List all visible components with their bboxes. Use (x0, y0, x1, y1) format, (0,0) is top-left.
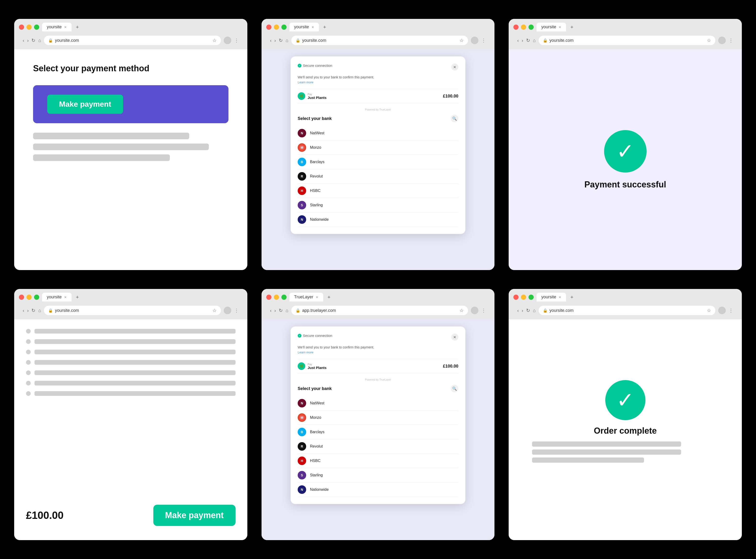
nav-home-button[interactable]: ⌂ (38, 38, 41, 43)
bank-list-item[interactable]: N Nationwide (298, 483, 458, 497)
nav-forward-button[interactable]: › (27, 308, 29, 313)
dot-green (528, 295, 534, 300)
nav-refresh-button[interactable]: ↻ (526, 308, 530, 313)
address-bar[interactable]: 🔒 yoursite.com ☆ (539, 306, 715, 315)
nav-home-button[interactable]: ⌂ (533, 38, 536, 43)
bank-list-item[interactable]: B Barclays (298, 425, 458, 439)
browser-dots (513, 295, 534, 300)
nav-back-button[interactable]: ‹ (270, 308, 272, 313)
checkout-pay-button[interactable]: Make payment (153, 505, 236, 526)
address-bar[interactable]: 🔒 app.truelayer.com ☆ (291, 306, 468, 315)
bank-name: Nationwide (310, 488, 329, 492)
tab-close-icon[interactable]: ✕ (64, 295, 67, 299)
modal-close-button[interactable]: ✕ (451, 64, 458, 71)
bank-list-item[interactable]: H HSBC (298, 184, 458, 198)
tab-label: yoursite (47, 25, 62, 29)
nav-forward-button[interactable]: › (274, 38, 276, 43)
bank-list-item[interactable]: S Starling (298, 198, 458, 213)
nav-forward-button[interactable]: › (274, 308, 276, 313)
tab-close-icon[interactable]: ✕ (559, 295, 561, 299)
nav-home-button[interactable]: ⌂ (286, 308, 288, 313)
bank-list-item[interactable]: N NatWest (298, 396, 458, 410)
bank-list-item[interactable]: S Starling (298, 468, 458, 483)
bookmark-icon[interactable]: ☆ (707, 308, 711, 313)
profile-avatar[interactable] (224, 307, 231, 314)
nav-back-button[interactable]: ‹ (23, 38, 24, 43)
checkout-dot (26, 339, 31, 344)
bank-search-button[interactable]: 🔍 (451, 385, 458, 392)
bank-list-item[interactable]: R Revolut (298, 169, 458, 184)
address-bar[interactable]: 🔒 yoursite.com ☆ (44, 36, 221, 45)
bank-name: Nationwide (310, 218, 329, 222)
nav-refresh-button[interactable]: ↻ (526, 38, 530, 43)
nav-home-button[interactable]: ⌂ (38, 308, 41, 313)
browser-tab[interactable]: TrueLayer ✕ (289, 293, 323, 301)
bank-list-item[interactable]: R Revolut (298, 439, 458, 454)
learn-more-link[interactable]: Learn more (298, 81, 458, 84)
menu-icon[interactable]: ⋮ (729, 308, 733, 313)
profile-avatar[interactable] (471, 307, 478, 314)
bank-search-button[interactable]: 🔍 (451, 115, 458, 122)
tab-close-icon[interactable]: ✕ (311, 25, 314, 29)
browser-window-2: yoursite ✕ + ‹ › ↻ ⌂ 🔒 yoursite.com ☆ (261, 19, 495, 270)
pay-logo: 🌿 (298, 92, 305, 100)
browser-tab[interactable]: yoursite ✕ (537, 293, 566, 301)
nav-forward-button[interactable]: › (522, 308, 523, 313)
checkout-skeleton-line (35, 329, 236, 334)
browser-tab[interactable]: yoursite ✕ (42, 293, 71, 301)
profile-avatar[interactable] (471, 37, 478, 44)
bookmark-icon[interactable]: ☆ (212, 38, 217, 43)
bookmark-icon[interactable]: ☆ (212, 308, 217, 313)
nav-home-button[interactable]: ⌂ (533, 308, 536, 313)
new-tab-button[interactable]: + (568, 23, 576, 31)
nav-home-button[interactable]: ⌂ (286, 38, 288, 43)
bank-list-item[interactable]: B Barclays (298, 155, 458, 169)
bookmark-icon[interactable]: ☆ (459, 38, 464, 43)
nav-refresh-button[interactable]: ↻ (31, 308, 36, 313)
nav-back-button[interactable]: ‹ (517, 308, 519, 313)
nav-refresh-button[interactable]: ↻ (279, 38, 283, 43)
learn-more-link[interactable]: Learn more (298, 351, 458, 354)
bookmark-icon[interactable]: ☆ (707, 38, 711, 43)
profile-avatar[interactable] (224, 37, 231, 44)
browser-dots (266, 25, 286, 30)
tab-close-icon[interactable]: ✕ (316, 295, 319, 299)
modal-close-button[interactable]: ✕ (451, 334, 458, 341)
new-tab-button[interactable]: + (73, 293, 81, 301)
nav-forward-button[interactable]: › (27, 38, 29, 43)
new-tab-button[interactable]: + (325, 293, 333, 301)
bookmark-icon[interactable]: ☆ (459, 308, 464, 313)
nav-refresh-button[interactable]: ↻ (31, 38, 36, 43)
browser-tab[interactable]: yoursite ✕ (42, 23, 71, 31)
bank-list-item[interactable]: N Nationwide (298, 213, 458, 227)
menu-icon[interactable]: ⋮ (481, 38, 486, 43)
bank-list-item[interactable]: M Monzo (298, 140, 458, 155)
menu-icon[interactable]: ⋮ (234, 308, 239, 313)
nav-forward-button[interactable]: › (522, 38, 523, 43)
new-tab-button[interactable]: + (73, 23, 81, 31)
new-tab-button[interactable]: + (568, 293, 576, 301)
nav-refresh-button[interactable]: ↻ (279, 308, 283, 313)
bank-list-item[interactable]: N NatWest (298, 126, 458, 140)
nav-back-button[interactable]: ‹ (517, 38, 519, 43)
browser-tab[interactable]: yoursite ✕ (289, 23, 319, 31)
browser-tab[interactable]: yoursite ✕ (537, 23, 566, 31)
menu-icon[interactable]: ⋮ (729, 38, 733, 43)
bank-list-item[interactable]: H HSBC (298, 454, 458, 468)
nav-back-button[interactable]: ‹ (23, 308, 24, 313)
tab-close-icon[interactable]: ✕ (64, 25, 67, 29)
address-bar[interactable]: 🔒 yoursite.com ☆ (44, 306, 221, 315)
menu-icon[interactable]: ⋮ (481, 308, 486, 313)
bank-list-item[interactable]: M Monzo (298, 410, 458, 425)
new-tab-button[interactable]: + (321, 23, 329, 31)
profile-avatar[interactable] (718, 307, 726, 314)
address-bar[interactable]: 🔒 yoursite.com ☆ (291, 36, 468, 45)
profile-avatar[interactable] (718, 37, 726, 44)
address-bar[interactable]: 🔒 yoursite.com ☆ (539, 36, 715, 45)
make-payment-button[interactable]: Make payment (47, 95, 123, 114)
browser-window-1: yoursite ✕ + ‹ › ↻ ⌂ 🔒 yoursite.com ☆ (14, 19, 247, 270)
menu-icon[interactable]: ⋮ (234, 38, 239, 43)
nav-back-button[interactable]: ‹ (270, 38, 272, 43)
tab-close-icon[interactable]: ✕ (559, 25, 561, 29)
browser-tab-bar: yoursite ✕ + (537, 293, 576, 301)
